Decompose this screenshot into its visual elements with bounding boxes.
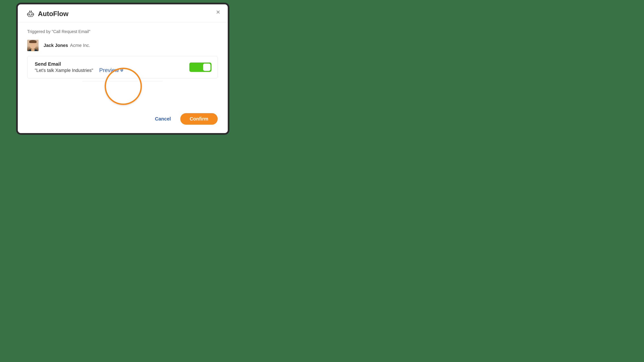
modal-body: Triggered by "Call Request Email" Jack J… xyxy=(18,22,228,81)
action-subject: "Let's talk Xample Industries" xyxy=(35,68,93,73)
modal-title: AutoFlow xyxy=(38,10,68,17)
action-text: Send Email "Let's talk Xample Industries… xyxy=(35,61,93,73)
action-left: Send Email "Let's talk Xample Industries… xyxy=(35,61,123,73)
modal-header-left: AutoFlow xyxy=(27,10,68,17)
modal-header: AutoFlow ✕ xyxy=(18,4,228,22)
triggered-by-text: Triggered by "Call Request Email" xyxy=(27,29,218,34)
contact-row: Jack Jones Acme Inc. xyxy=(27,40,218,51)
contact-company: Acme Inc. xyxy=(70,43,90,48)
preview-label: Preview xyxy=(99,67,119,73)
preview-link[interactable]: Preview xyxy=(99,67,123,73)
chevron-double-down-icon xyxy=(120,69,123,72)
toggle-knob xyxy=(203,63,210,71)
close-button[interactable]: ✕ xyxy=(215,9,221,15)
close-icon: ✕ xyxy=(216,9,220,15)
svg-rect-6 xyxy=(33,13,34,15)
action-title: Send Email xyxy=(35,61,93,67)
contact-info: Jack Jones Acme Inc. xyxy=(44,43,90,48)
modal-footer: Cancel Confirm xyxy=(155,113,218,125)
action-card: Send Email "Let's talk Xample Industries… xyxy=(27,56,218,78)
svg-point-7 xyxy=(29,14,30,15)
cancel-button[interactable]: Cancel xyxy=(155,116,171,122)
svg-point-8 xyxy=(31,14,32,15)
enable-toggle[interactable] xyxy=(189,62,212,72)
separator xyxy=(82,81,162,81)
contact-name: Jack Jones xyxy=(44,43,68,48)
confirm-button[interactable]: Confirm xyxy=(180,113,218,125)
autoflow-modal: AutoFlow ✕ Triggered by "Call Request Em… xyxy=(16,3,230,135)
svg-rect-5 xyxy=(27,13,28,15)
avatar xyxy=(27,40,38,51)
robot-icon xyxy=(27,10,34,17)
